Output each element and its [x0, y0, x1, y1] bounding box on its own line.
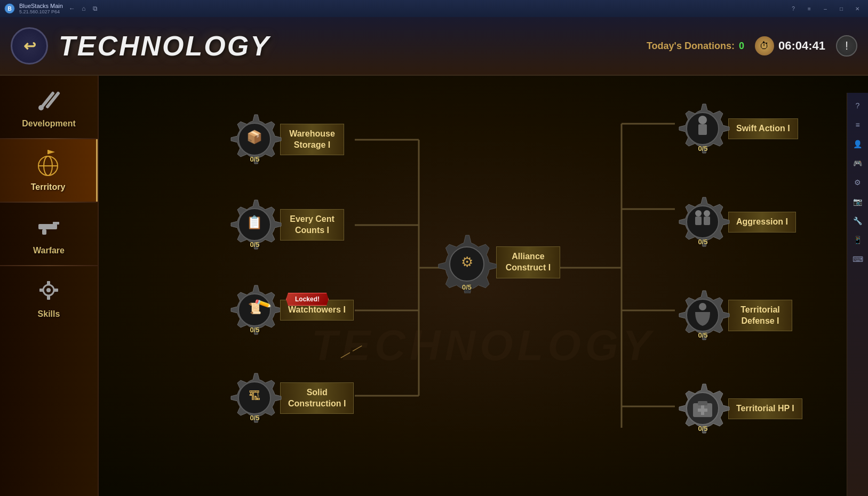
territorial-hp-count: 0/5	[698, 425, 707, 433]
help-button[interactable]: ?	[787, 4, 800, 13]
sidebar-item-development-label: Development	[22, 119, 75, 129]
aggression-count: 0/5	[698, 238, 707, 246]
right-icon-keyboard[interactable]: ⌨	[850, 252, 865, 267]
sidebar-item-territory[interactable]: Territory	[0, 139, 98, 202]
svg-rect-10	[38, 224, 57, 229]
header: ↩ TECHNOLOGY Today's Donations: 0 ⏱ 06:0…	[0, 17, 868, 76]
sidebar-item-development[interactable]: Development	[0, 76, 98, 138]
alert-button[interactable]: !	[836, 35, 857, 57]
watchtowers-label: Watchtowers I	[288, 305, 346, 316]
content-area: Development Territory	[0, 76, 868, 496]
svg-point-47	[704, 210, 710, 217]
donations-section: Today's Donations: 0	[647, 41, 744, 52]
sidebar: Development Territory	[0, 76, 99, 496]
svg-text:⚙: ⚙	[461, 254, 473, 270]
alliance-construct-label: AllianceConstruct I	[504, 251, 552, 274]
svg-text:📋: 📋	[246, 214, 262, 230]
sidebar-item-warfare-label: Warfare	[33, 246, 65, 255]
back-arrow-icon: ↩	[23, 37, 36, 55]
svg-point-42	[698, 116, 707, 124]
watchtowers-count: 0/5	[250, 326, 259, 334]
svg-rect-43	[698, 124, 707, 135]
aggression-label: Aggression I	[736, 217, 788, 228]
tech-node-solid-construction[interactable]: 🏗 0/5 SolidConstruction I	[227, 369, 354, 427]
window-controls: ? ≡ – □ ✕	[787, 4, 864, 13]
watchtowers-gear: 📜 0/5 ✏️	[227, 281, 283, 339]
tech-tree: TECHNOLOGY	[99, 76, 868, 496]
territorial-hp-gear: 0/5	[675, 380, 731, 438]
aggression-gear: 0/5	[675, 193, 731, 251]
svg-rect-53	[698, 401, 707, 405]
right-icon-menu[interactable]: ≡	[850, 117, 865, 132]
right-panel: ? ≡ 👤 🎮 ⚙ 📷 🔧 📱 ⌨	[847, 93, 868, 496]
swift-action-count: 0/5	[698, 145, 707, 153]
svg-rect-48	[704, 217, 710, 225]
maximize-button[interactable]: □	[835, 4, 848, 13]
tech-node-every-cent-counts[interactable]: 📋 0/5 Every CentCounts I	[227, 196, 344, 254]
tech-node-alliance-construct[interactable]: ⚙ 0/5 AllianceConstruct I	[435, 229, 560, 295]
menu-button[interactable]: ≡	[803, 4, 816, 13]
aggression-label-box: Aggression I	[728, 212, 796, 233]
timer-icon: ⏱	[755, 36, 774, 55]
swift-action-gear: 0/5	[675, 100, 731, 158]
timer-section: ⏱ 06:04:41	[755, 36, 825, 55]
svg-point-4	[38, 105, 44, 110]
warehouse-storage-count: 0/5	[250, 155, 259, 163]
tech-node-warehouse-storage[interactable]: 📦 0/5 WarehouseStorage I	[227, 110, 344, 169]
svg-text:📦: 📦	[246, 129, 262, 145]
svg-marker-9	[48, 150, 55, 154]
svg-rect-16	[47, 295, 50, 300]
warehouse-storage-label: WarehouseStorage I	[288, 129, 336, 151]
svg-point-14	[46, 288, 51, 292]
tech-node-swift-action[interactable]: 0/5 Swift Action I	[675, 100, 798, 158]
header-right: Today's Donations: 0 ⏱ 06:04:41 !	[647, 35, 857, 57]
right-icon-mobile[interactable]: 📱	[850, 233, 865, 247]
every-cent-counts-count: 0/5	[250, 241, 259, 249]
tech-node-aggression[interactable]: 0/5 Aggression I	[675, 193, 796, 251]
svg-rect-15	[47, 281, 50, 285]
app-version: 5.21.560.1027 P64	[19, 9, 63, 14]
sidebar-item-skills[interactable]: Skills	[0, 266, 98, 329]
right-icon-help[interactable]: ?	[850, 98, 865, 113]
right-icon-settings[interactable]: ⚙	[850, 175, 865, 190]
projectile-decoration: — —	[337, 340, 364, 363]
tech-node-watchtowers[interactable]: 📜 0/5 ✏️ Locked! Watchtowers I	[227, 281, 354, 339]
sidebar-item-warfare[interactable]: Warfare	[0, 203, 98, 265]
tech-node-territorial-defense[interactable]: 0/5 TerritorialDefense I	[675, 286, 792, 345]
svg-rect-11	[53, 222, 59, 225]
every-cent-counts-label-box: Every CentCounts I	[280, 209, 344, 241]
development-icon	[34, 85, 63, 115]
nav-home-button[interactable]: ⌂	[79, 4, 89, 13]
territorial-hp-label-box: Territorial HP I	[728, 398, 802, 419]
territorial-defense-count: 0/5	[698, 331, 707, 339]
locked-badge: Locked!	[286, 293, 329, 306]
right-icon-profile[interactable]: 👤	[850, 137, 865, 151]
skills-icon	[34, 276, 63, 305]
solid-construction-label: SolidConstruction I	[288, 387, 346, 410]
watchtowers-label-box: Locked! Watchtowers I	[280, 300, 354, 321]
alert-icon-symbol: !	[845, 39, 848, 53]
territorial-defense-label: TerritorialDefense I	[736, 305, 784, 327]
right-icon-gamepad[interactable]: 🎮	[850, 156, 865, 171]
svg-rect-12	[42, 229, 46, 235]
solid-construction-label-box: SolidConstruction I	[280, 382, 354, 414]
minimize-button[interactable]: –	[819, 4, 832, 13]
nav-window-button[interactable]: ⧉	[91, 4, 100, 13]
warfare-icon	[34, 212, 63, 242]
territorial-defense-gear: 0/5	[675, 286, 731, 345]
right-icon-camera[interactable]: 📷	[850, 194, 865, 209]
sidebar-item-skills-label: Skills	[38, 309, 60, 319]
svg-rect-17	[39, 289, 44, 292]
nav-back-button[interactable]: ←	[67, 4, 77, 13]
every-cent-counts-gear: 📋 0/5	[227, 196, 283, 254]
close-button[interactable]: ✕	[851, 4, 864, 13]
back-button[interactable]: ↩	[11, 27, 48, 65]
territory-icon	[34, 149, 63, 178]
tech-node-territorial-hp[interactable]: 0/5 Territorial HP I	[675, 380, 802, 438]
timer-value: 06:04:41	[778, 39, 825, 53]
nav-controls: ← ⌂ ⧉	[67, 4, 100, 13]
right-icon-tools[interactable]: 🔧	[850, 213, 865, 228]
solid-construction-count: 0/5	[250, 414, 259, 422]
swift-action-label: Swift Action I	[736, 123, 790, 134]
donations-value: 0	[739, 41, 744, 52]
